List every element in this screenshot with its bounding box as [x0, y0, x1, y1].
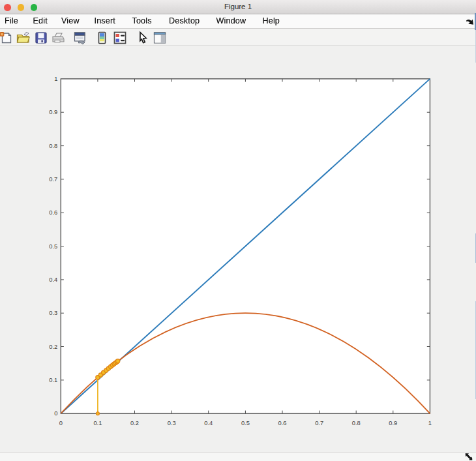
- svg-text:0.2: 0.2: [49, 344, 57, 350]
- svg-text:0.6: 0.6: [49, 209, 57, 216]
- svg-text:0.5: 0.5: [49, 243, 57, 250]
- svg-text:0.4: 0.4: [49, 276, 57, 283]
- svg-text:1: 1: [54, 76, 57, 82]
- svg-text:0.6: 0.6: [278, 420, 287, 426]
- svg-text:0.3: 0.3: [49, 310, 57, 316]
- svg-text:0.9: 0.9: [49, 109, 57, 115]
- svg-text:1: 1: [428, 420, 432, 426]
- svg-text:0: 0: [59, 420, 63, 426]
- svg-text:0.8: 0.8: [352, 420, 361, 426]
- svg-text:0.9: 0.9: [389, 420, 397, 426]
- svg-text:0.5: 0.5: [241, 420, 250, 426]
- svg-text:0.4: 0.4: [204, 420, 213, 426]
- svg-text:0: 0: [54, 410, 57, 417]
- svg-text:0.2: 0.2: [130, 420, 139, 426]
- svg-text:0.8: 0.8: [49, 143, 57, 149]
- svg-text:0.3: 0.3: [168, 420, 176, 426]
- svg-text:0.7: 0.7: [49, 176, 57, 183]
- svg-text:0.1: 0.1: [93, 420, 102, 426]
- svg-text:0.7: 0.7: [315, 420, 323, 426]
- svg-text:0.1: 0.1: [49, 377, 57, 383]
